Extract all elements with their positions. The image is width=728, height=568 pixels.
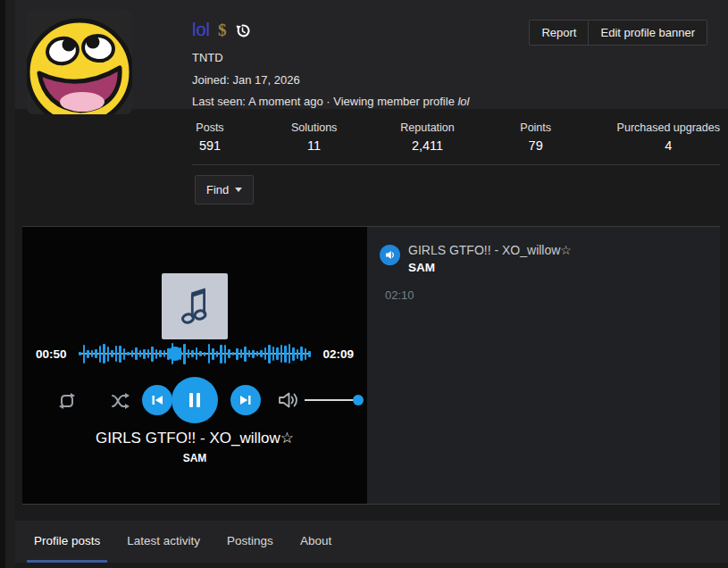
- music-note-icon: [173, 285, 216, 328]
- find-button[interactable]: Find: [195, 175, 254, 205]
- attachment-title[interactable]: GIRLS GTFO!! - XO_willow☆: [408, 242, 572, 259]
- repeat-button[interactable]: [56, 391, 78, 414]
- tab-about[interactable]: About: [293, 521, 339, 563]
- stats-row: Posts 591 Solutions 11 Reputation 2,411 …: [192, 121, 720, 153]
- stat-purchased-upgrades[interactable]: Purchased upgrades 4: [617, 121, 720, 153]
- history-badge-icon: [235, 23, 250, 38]
- audio-player: 00:50 02:09: [22, 227, 367, 504]
- attachment-panel: GIRLS GTFO!! - XO_willow☆ SAM 02:10: [367, 227, 720, 504]
- page-gutter: [5, 0, 15, 568]
- volume-button[interactable]: [277, 390, 300, 413]
- stat-posts[interactable]: Posts 591: [192, 121, 228, 153]
- shuffle-button[interactable]: [110, 391, 131, 414]
- tab-latest-activity[interactable]: Latest activity: [120, 521, 207, 563]
- volume-icon: [277, 390, 300, 410]
- volume-handle[interactable]: [353, 395, 364, 405]
- avatar[interactable]: [27, 9, 132, 114]
- volume-slider[interactable]: [305, 399, 358, 401]
- profile-tabbar: Profile posts Latest activity Postings A…: [15, 521, 728, 563]
- speaker-icon: [384, 249, 396, 261]
- stat-solutions[interactable]: Solutions 11: [291, 121, 337, 153]
- seek-row: 00:50 02:09: [22, 338, 367, 370]
- stats-divider: [192, 164, 720, 165]
- dollar-badge-icon: $: [218, 21, 227, 38]
- waveform-bars: [79, 340, 311, 367]
- next-track-button[interactable]: [230, 385, 261, 415]
- next-icon: [238, 392, 254, 408]
- user-info: lol $ TNTD Joined: Jan 17, 2026 Last see…: [192, 18, 470, 108]
- player-track-title: GIRLS GTFO!! - XO_willow☆: [22, 429, 367, 447]
- pause-button[interactable]: [172, 377, 218, 423]
- joined-date: Joined: Jan 17, 2026: [192, 73, 470, 87]
- pause-icon: [185, 390, 205, 410]
- duration-time: 02:09: [318, 347, 354, 361]
- audio-attachment-icon[interactable]: [380, 245, 400, 265]
- report-button[interactable]: Report: [530, 21, 588, 45]
- profile-post-media: 00:50 02:09: [22, 226, 720, 505]
- waveform-scrubber[interactable]: [168, 347, 182, 361]
- attachment-duration: 02:10: [385, 288, 707, 302]
- shuffle-icon: [110, 391, 131, 411]
- tab-profile-posts[interactable]: Profile posts: [27, 521, 107, 563]
- waveform-seekbar[interactable]: [79, 340, 311, 367]
- edit-profile-banner-button[interactable]: Edit profile banner: [588, 21, 707, 45]
- attachment-artist: SAM: [408, 261, 572, 274]
- repeat-icon: [56, 391, 78, 411]
- previous-track-button[interactable]: [142, 385, 172, 415]
- player-track-artist: SAM: [22, 452, 367, 464]
- caret-down-icon: [235, 188, 242, 192]
- last-seen-profile-name: lol: [457, 95, 469, 108]
- username[interactable]: lol: [192, 21, 210, 38]
- current-time: 00:50: [36, 347, 71, 361]
- profile-action-group: Report Edit profile banner: [529, 20, 707, 46]
- tab-postings[interactable]: Postings: [220, 521, 280, 563]
- album-art: [162, 273, 228, 339]
- last-seen: Last seen: A moment ago · Viewing member…: [192, 95, 470, 108]
- user-title: TNTD: [192, 51, 470, 64]
- stat-reputation[interactable]: Reputation 2,411: [400, 121, 454, 153]
- stat-points[interactable]: Points 79: [518, 121, 554, 153]
- previous-icon: [149, 392, 165, 408]
- awesome-face-icon: [27, 9, 132, 114]
